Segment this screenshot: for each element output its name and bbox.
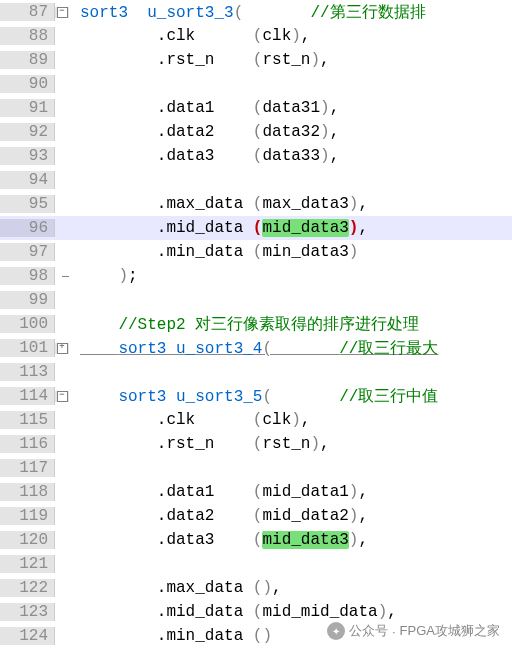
line-number: 93 (0, 147, 55, 165)
code-content[interactable]: .mid_data (mid_mid_data), (76, 603, 397, 621)
code-content[interactable]: .max_data (max_data3), (76, 195, 368, 213)
code-content[interactable]: //Step2 对三行像素取得的排序进行处理 (76, 314, 419, 335)
code-content[interactable]: .data2 (mid_data2), (76, 507, 368, 525)
code-token: , (330, 99, 340, 117)
line-number: 92 (0, 123, 55, 141)
code-line[interactable]: 113 (0, 360, 512, 384)
code-token (80, 316, 118, 334)
code-content[interactable]: .min_data () (76, 627, 272, 645)
line-number: 95 (0, 195, 55, 213)
code-content[interactable]: .rst_n (rst_n), (76, 51, 330, 69)
fold-expanded-icon[interactable]: − (55, 391, 69, 402)
code-content[interactable]: sort3 u_sort3_5( //取三行中值 (76, 386, 438, 407)
code-token: , (358, 483, 368, 501)
code-token: ( (234, 4, 244, 22)
code-token (80, 340, 118, 358)
code-token: ) (310, 435, 320, 453)
code-token: ( (253, 531, 263, 549)
code-content[interactable]: .mid_data (mid_data3), (76, 219, 368, 237)
line-number: 98 (0, 267, 55, 285)
code-line[interactable]: 88 .clk (clk), (0, 24, 512, 48)
line-number: 123 (0, 603, 55, 621)
code-line[interactable]: 100 //Step2 对三行像素取得的排序进行处理 (0, 312, 512, 336)
code-content[interactable]: .clk (clk), (76, 27, 310, 45)
fold-collapsed-icon[interactable]: + (55, 343, 69, 354)
highlighted-token: mid_data3 (262, 531, 348, 549)
code-token: sort3 u_sort3_3 (80, 4, 234, 22)
code-line[interactable]: 101+ sort3 u_sort3_4( //取三行最大 (0, 336, 512, 360)
line-number: 114 (0, 387, 55, 405)
code-content[interactable]: .data1 (data31), (76, 99, 339, 117)
code-line[interactable]: 121 (0, 552, 512, 576)
line-number: 94 (0, 171, 55, 189)
code-line[interactable]: 118 .data1 (mid_data1), (0, 480, 512, 504)
code-token: ( (262, 388, 272, 406)
code-line[interactable]: 99 (0, 288, 512, 312)
line-number: 99 (0, 291, 55, 309)
code-token: data33 (262, 147, 320, 165)
code-token: , (320, 435, 330, 453)
code-token: () (253, 579, 272, 597)
code-token: .min_data (80, 627, 253, 645)
code-token: sort3 u_sort3_4 (118, 340, 262, 358)
code-token: ( (253, 147, 263, 165)
code-content[interactable]: .max_data (), (76, 579, 282, 597)
code-token: () (253, 627, 272, 645)
code-token: ) (118, 267, 128, 285)
code-token: data32 (262, 123, 320, 141)
code-token: ) (320, 123, 330, 141)
code-content[interactable]: .data2 (data32), (76, 123, 339, 141)
code-token: .data2 (80, 507, 253, 525)
code-token: ( (253, 123, 263, 141)
code-line[interactable]: 93 .data3 (data33), (0, 144, 512, 168)
code-line[interactable]: 96 .mid_data (mid_data3), (0, 216, 512, 240)
code-content[interactable]: .clk (clk), (76, 411, 310, 429)
code-line[interactable]: 122 .max_data (), (0, 576, 512, 600)
code-line[interactable]: 116 .rst_n (rst_n), (0, 432, 512, 456)
code-line[interactable]: 120 .data3 (mid_data3), (0, 528, 512, 552)
watermark-prefix: 公众号 (349, 622, 388, 640)
code-token: rst_n (262, 435, 310, 453)
code-line[interactable]: 94 (0, 168, 512, 192)
code-token: , (320, 51, 330, 69)
code-line[interactable]: 115 .clk (clk), (0, 408, 512, 432)
code-content[interactable]: ); (76, 267, 138, 285)
watermark: ✦ 公众号 · FPGA攻城狮之家 (327, 622, 500, 640)
code-content[interactable]: .data3 (mid_data3), (76, 531, 368, 549)
code-line[interactable]: 123 .mid_data (mid_mid_data), (0, 600, 512, 624)
code-token: , (358, 219, 368, 237)
code-token: , (301, 27, 311, 45)
code-line[interactable]: 119 .data2 (mid_data2), (0, 504, 512, 528)
code-content[interactable]: .min_data (min_data3) (76, 243, 358, 261)
code-token: ( (253, 435, 263, 453)
code-token (243, 4, 310, 22)
fold-expanded-icon[interactable]: − (55, 7, 69, 18)
code-line[interactable]: 87−sort3 u_sort3_3( //第三行数据排 (0, 0, 512, 24)
code-token: .mid_data (80, 603, 253, 621)
code-line[interactable]: 97 .min_data (min_data3) (0, 240, 512, 264)
code-line[interactable]: 91 .data1 (data31), (0, 96, 512, 120)
code-content[interactable]: sort3 u_sort3_3( //第三行数据排 (76, 2, 426, 23)
code-line[interactable]: 95 .max_data (max_data3), (0, 192, 512, 216)
code-editor: 87−sort3 u_sort3_3( //第三行数据排88 .clk (clk… (0, 0, 512, 648)
code-line[interactable]: 117 (0, 456, 512, 480)
code-token: .data1 (80, 99, 253, 117)
code-token: mid_data1 (262, 483, 348, 501)
comment-text: //Step2 对三行像素取得的排序进行处理 (118, 316, 419, 334)
code-line[interactable]: 89 .rst_n (rst_n), (0, 48, 512, 72)
code-content[interactable]: .rst_n (rst_n), (76, 435, 330, 453)
code-line[interactable]: 98 ); (0, 264, 512, 288)
code-token: , (387, 603, 397, 621)
code-token: ( (253, 27, 263, 45)
code-token: , (358, 195, 368, 213)
code-token: ( (253, 219, 263, 237)
code-content[interactable]: .data3 (data33), (76, 147, 339, 165)
code-content[interactable]: sort3 u_sort3_4( //取三行最大 (76, 338, 438, 359)
watermark-name: FPGA攻城狮之家 (400, 622, 500, 640)
code-line[interactable]: 92 .data2 (data32), (0, 120, 512, 144)
code-token: ; (128, 267, 138, 285)
code-line[interactable]: 90 (0, 72, 512, 96)
code-content[interactable]: .data1 (mid_data1), (76, 483, 368, 501)
code-token: ( (253, 411, 263, 429)
code-line[interactable]: 114− sort3 u_sort3_5( //取三行中值 (0, 384, 512, 408)
